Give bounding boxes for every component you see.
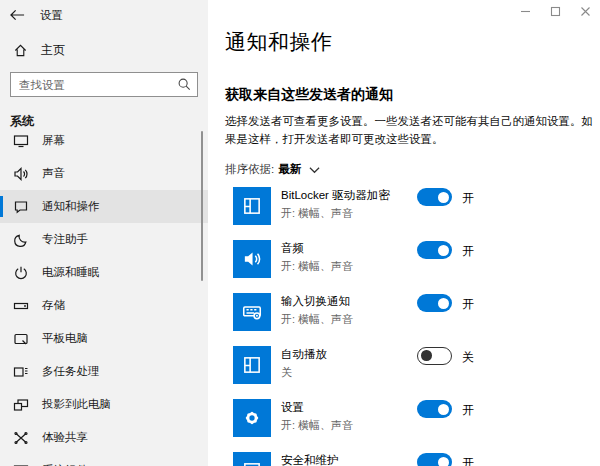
maximize-button[interactable] [540, 0, 570, 22]
window-controls [510, 0, 600, 22]
toggle-switch[interactable] [417, 241, 452, 259]
sidebar-item-label: 通知和操作 [42, 199, 100, 214]
close-button[interactable] [570, 0, 600, 22]
sender-row: 安全和维护 开 [233, 452, 583, 466]
sidebar-item-label: 屏幕 [42, 133, 65, 148]
toggle-state-label: 开 [462, 399, 583, 419]
sidebar-item-label: 体验共享 [42, 430, 88, 445]
section-title: 获取来自这些发送者的通知 [225, 86, 393, 104]
toggle-state-label: 关 [462, 346, 583, 366]
tablet-icon [13, 331, 29, 347]
sidebar-item-power-sleep[interactable]: 电源和睡眠 [0, 256, 208, 289]
sort-by-label: 排序依据: [225, 162, 274, 177]
autoplay-icon [233, 346, 271, 384]
sidebar-item-sound[interactable]: 声音 [0, 157, 208, 190]
sender-detail: 开: 横幅、声音 [281, 312, 407, 327]
sender-row: 设置 开: 横幅、声音 开 [233, 399, 583, 437]
sidebar-item-display[interactable]: 屏幕 [0, 124, 208, 157]
sound-icon [13, 166, 29, 182]
notifications-icon [13, 199, 29, 215]
power-sleep-icon [13, 265, 29, 281]
display-icon [13, 133, 29, 149]
sidebar-item-label: 多任务处理 [42, 364, 100, 379]
sidebar-item-label: 声音 [42, 166, 65, 181]
projecting-icon [13, 397, 29, 413]
toggle-switch[interactable] [417, 400, 452, 418]
search-box [10, 72, 198, 97]
sender-row: 输入切换通知 开: 横幅、声音 开 [233, 293, 583, 331]
sort-by-value: 最新 [278, 162, 301, 177]
sidebar-item-home[interactable]: 主页 [0, 36, 208, 64]
sidebar-item-label: 专注助手 [42, 232, 88, 247]
system-components-icon [13, 463, 29, 466]
page-title: 通知和操作 [225, 28, 333, 56]
sidebar-item-focus-assist[interactable]: 专注助手 [0, 223, 208, 256]
search-input[interactable] [10, 72, 198, 97]
toggle-state-label: 开 [462, 187, 583, 207]
minimize-button[interactable] [510, 0, 540, 22]
focus-assist-icon [13, 232, 29, 248]
input-switch-icon [233, 293, 271, 331]
sender-row: BitLocker 驱动器加密 开: 横幅、声音 开 [233, 187, 583, 225]
sender-name: BitLocker 驱动器加密 [281, 188, 407, 203]
sender-row: 音频 开: 横幅、声音 开 [233, 240, 583, 278]
sender-name: 音频 [281, 241, 407, 256]
sender-detail: 关 [281, 365, 407, 380]
app-title: 设置 [40, 8, 63, 23]
sidebar-item-label: 电源和睡眠 [42, 265, 100, 280]
search-icon[interactable] [177, 77, 191, 95]
sidebar-nav: 屏幕 声音 通知和操作 专注助手 电源和睡眠 存储 平板电脑 多任务处理 投影到… [0, 124, 208, 466]
titlebar: 设置 [0, 0, 208, 30]
settings-gear-icon [233, 399, 271, 437]
multitasking-icon [13, 364, 29, 380]
toggle-state-label: 开 [462, 452, 583, 466]
audio-icon [233, 240, 271, 278]
sidebar: 设置 主页 系统 屏幕 声音 通知和操作 专注助手 电 [0, 0, 208, 466]
sender-detail: 开: 横幅、声音 [281, 418, 407, 433]
sidebar-item-label: 平板电脑 [42, 331, 88, 346]
main-content: 通知和操作 获取来自这些发送者的通知 选择发送者可查看更多设置。一些发送者还可能… [208, 0, 600, 466]
sidebar-item-label: 存储 [42, 298, 65, 313]
section-description: 选择发送者可查看更多设置。一些发送者还可能有其自己的通知设置。如果是这样，打开发… [225, 112, 600, 149]
sender-name: 设置 [281, 400, 407, 415]
toggle-state-label: 开 [462, 240, 583, 260]
sender-name: 输入切换通知 [281, 294, 407, 309]
sidebar-item-notifications[interactable]: 通知和操作 [0, 190, 208, 223]
toggle-switch[interactable] [417, 347, 452, 365]
toggle-switch[interactable] [417, 294, 452, 312]
home-icon [12, 42, 28, 58]
sidebar-item-shared-experiences[interactable]: 体验共享 [0, 421, 208, 454]
security-maintenance-icon [233, 452, 271, 466]
sidebar-item-projecting[interactable]: 投影到此电脑 [0, 388, 208, 421]
back-icon[interactable] [10, 6, 34, 24]
toggle-switch[interactable] [417, 188, 452, 206]
sidebar-item-storage[interactable]: 存储 [0, 289, 208, 322]
bitlocker-icon [233, 187, 271, 225]
storage-icon [13, 298, 29, 314]
sender-name: 自动播放 [281, 347, 407, 362]
shared-experiences-icon [13, 430, 29, 446]
sidebar-item-label: 投影到此电脑 [42, 397, 111, 412]
chevron-down-icon [309, 166, 320, 174]
toggle-state-label: 开 [462, 293, 583, 313]
sender-detail: 开: 横幅、声音 [281, 206, 407, 221]
sender-row: 自动播放 关 关 [233, 346, 583, 384]
sender-detail: 开: 横幅、声音 [281, 259, 407, 274]
notification-sender-list: BitLocker 驱动器加密 开: 横幅、声音 开 音频 开: 横幅、声音 开… [233, 187, 583, 466]
sidebar-item-multitasking[interactable]: 多任务处理 [0, 355, 208, 388]
sender-name: 安全和维护 [281, 453, 407, 466]
sort-by-dropdown[interactable]: 排序依据: 最新 [225, 162, 320, 177]
sidebar-item-system-components[interactable]: 系统组件 [0, 454, 208, 466]
home-label: 主页 [41, 42, 65, 59]
sidebar-item-tablet[interactable]: 平板电脑 [0, 322, 208, 355]
toggle-switch[interactable] [417, 453, 452, 466]
sidebar-scrollbar[interactable] [201, 131, 203, 281]
settings-window: 设置 主页 系统 屏幕 声音 通知和操作 专注助手 电 [0, 0, 600, 466]
